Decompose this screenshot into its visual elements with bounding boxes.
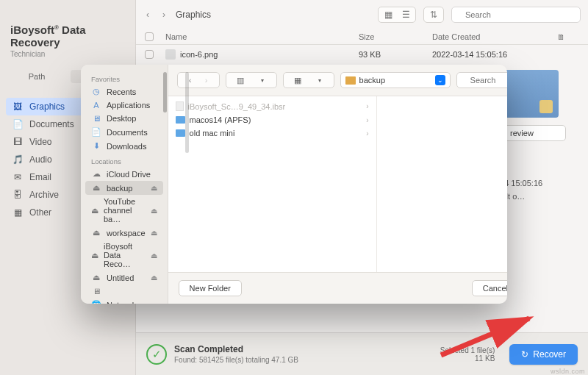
sidebar-item-recents[interactable]: ◷Recents [85,85,163,99]
column-browser[interactable]: iBoysoft_Sc…9_49_34.ibsr›macos14 (APFS)›… [168,96,507,273]
forward-icon[interactable]: › [159,10,168,20]
browser-item[interactable]: old mac mini› [168,126,376,140]
back-icon[interactable]: ‹ [143,10,152,20]
chevron-down-icon: ▾ [310,77,329,84]
status-bar: ✓ Scan Completed Found: 581425 file(s) t… [136,332,588,375]
main-toolbar: ‹ › Graphics ▦ ☰ ⇅ [136,0,588,29]
columns-view-icon: ▥ [231,76,250,85]
sidebar-scrollbar[interactable] [163,72,167,113]
locations-heading: Locations [85,153,163,167]
chevron-right-icon: › [366,129,368,138]
drive-icon: ⏏ [91,183,101,193]
chevron-down-icon: ▾ [253,77,272,84]
category-icon: 🗄 [12,190,24,200]
sidebar-item-[interactable]: 🖥 [85,285,163,298]
category-icon: 🎞 [12,137,24,147]
sort-button[interactable]: ⇅ [423,7,444,23]
grid-view-icon[interactable]: ▦ [380,8,396,21]
sidebar-item-documents[interactable]: 📄Documents [85,125,163,139]
category-icon: ✉ [12,172,24,182]
breadcrumb: Graphics [176,10,211,20]
drive-icon: ⏏ [91,251,98,260]
sidebar-item-icloud-drive[interactable]: ☁iCloud Drive [85,167,163,181]
folder-icon [345,76,356,85]
drive-icon: ⏏ [91,228,101,238]
selected-count: Selected 1 file(s) [440,346,495,354]
selected-size: 11 KB [475,354,495,362]
cancel-button[interactable]: Cancel [472,280,507,296]
eject-icon[interactable]: ⏏ [151,184,157,192]
chevron-right-icon: › [366,116,368,124]
sidebar-item-youtube-channel-ba-[interactable]: ⏏YouTube channel ba…⏏ [85,195,163,226]
app-edition: Technician [0,50,135,58]
eject-icon[interactable]: ⏏ [151,207,157,215]
eject-icon[interactable]: ⏏ [151,274,157,282]
app-brand: iBoysoft® Data Recovery [0,0,135,50]
save-dialog: Favorites ◷RecentsAApplications🖥Desktop📄… [81,65,507,304]
sidebar-item-network[interactable]: 🌐Network [85,298,163,304]
dialog-view-columns[interactable]: ▥▾ [226,72,277,88]
chevron-right-icon: › [366,102,368,110]
column-date[interactable]: Date Created [432,32,557,41]
sidebar-item-backup[interactable]: ⏏backup⏏ [85,181,163,195]
column-size[interactable]: Size [359,32,432,41]
category-icon: 🎵 [12,154,24,165]
category-icon: ▦ [12,207,24,218]
tab-path[interactable]: Path [9,70,65,83]
group-icon: ▦ [288,76,307,85]
sidebar-item-iboysoft-data-reco-[interactable]: ⏏iBoysoft Data Reco…⏏ [85,240,163,271]
drive-icon: 🖥 [91,287,101,296]
sidebar-item-icon: A [91,101,101,110]
list-view-icon[interactable]: ☰ [398,8,414,21]
sidebar-item-desktop[interactable]: 🖥Desktop [85,112,163,125]
dialog-back-icon[interactable]: ‹ [182,76,198,85]
sidebar-item-icon: ⬇ [91,141,101,151]
folder-icon [176,116,185,124]
dialog-nav-buttons[interactable]: ‹ › [177,72,220,88]
status-title: Scan Completed [174,344,243,354]
status-detail: Found: 581425 file(s) totaling 47.1 GB [174,356,298,364]
folder-icon [176,129,185,137]
browser-item: iBoysoft_Sc…9_49_34.ibsr› [168,99,376,113]
sort-icon: ⇅ [426,8,442,21]
dialog-forward-icon[interactable]: › [198,76,215,85]
document-icon [176,101,184,111]
location-selector[interactable]: backup ⌄ [340,72,451,88]
search-input[interactable] [451,7,581,23]
new-folder-button[interactable]: New Folder [179,280,242,296]
location-dropdown-icon[interactable]: ⌄ [435,75,445,85]
sidebar-item-untitled[interactable]: ⏏Untitled⏏ [85,271,163,285]
eject-icon[interactable]: ⏏ [151,229,157,237]
sidebar-item-icon: ◷ [91,87,101,96]
drive-icon: ☁ [91,169,101,179]
file-row[interactable]: icon-6.png93 KB2022-03-14 15:05:16 [136,45,588,64]
checkbox-header[interactable] [145,32,165,41]
favorites-heading: Favorites [85,71,163,85]
drive-icon: ⏏ [91,206,98,215]
column-name[interactable]: Name [165,32,359,41]
dialog-group-button[interactable]: ▦▾ [283,72,334,88]
file-thumb-icon [165,49,176,60]
sidebar-scrollbar[interactable] [185,72,189,153]
dialog-toolbar: ‹ › ▥▾ ▦▾ backup ⌄ [168,65,507,96]
column-preview-icon[interactable]: 🗎 [557,32,579,41]
eject-icon[interactable]: ⏏ [151,251,157,260]
sidebar-item-icon: 📄 [91,127,101,137]
dialog-search-input[interactable] [456,72,507,88]
dialog-sidebar: Favorites ◷RecentsAApplications🖥Desktop📄… [81,65,168,304]
drive-icon: 🌐 [91,300,101,304]
sidebar-item-icon: 🖥 [91,114,101,123]
sidebar-item-downloads[interactable]: ⬇Downloads [85,139,163,153]
category-icon: 📄 [12,119,24,129]
category-icon: 🖼 [12,101,24,112]
recover-button[interactable]: ↻ Recover [509,344,578,365]
row-checkbox[interactable] [145,50,154,59]
recover-icon: ↻ [521,349,528,360]
browser-item[interactable]: macos14 (APFS)› [168,113,376,126]
drive-icon: ⏏ [91,273,101,282]
watermark: wsldn.com [551,368,585,375]
view-switcher[interactable]: ▦ ☰ [378,7,416,23]
sidebar-item-workspace[interactable]: ⏏workspace⏏ [85,226,163,240]
scan-complete-icon: ✓ [146,344,167,365]
sidebar-item-applications[interactable]: AApplications [85,99,163,112]
